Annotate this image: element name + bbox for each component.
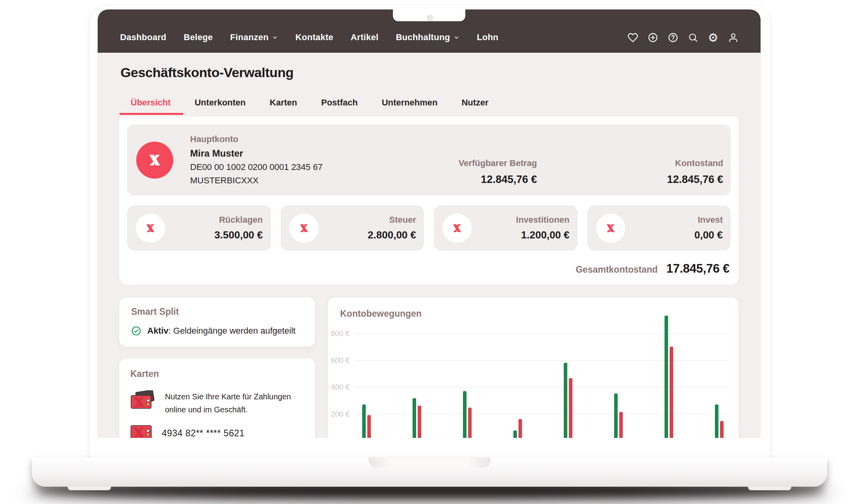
laptop-base — [32, 458, 827, 487]
x-logo-icon — [602, 220, 619, 236]
nav-menu: Dashboard Belege Finanzen Kontakte Artik… — [120, 32, 498, 42]
x-logo-icon — [296, 220, 312, 236]
subaccount-value: 3.500,00 € — [215, 229, 263, 241]
chart-bar-green — [513, 430, 517, 438]
tab-uebersicht[interactable]: Übersicht — [131, 98, 170, 108]
y-axis-tick: 400 € — [328, 383, 350, 391]
chart-bar-red — [670, 347, 673, 438]
subaccount-logo — [442, 214, 472, 243]
favorites-heart-icon[interactable] — [628, 32, 638, 43]
subaccount-card-investitionen[interactable]: Investitionen 1.200,00 € — [434, 205, 578, 251]
card-pair-icon — [130, 390, 156, 412]
laptop-lid-notch — [368, 458, 491, 468]
account-bic: MUSTERBICXXX — [190, 175, 322, 186]
check-circle-icon — [131, 326, 141, 336]
accounts-panel: Hauptkonto Mira Muster DE00 00 1002 0200… — [119, 116, 739, 284]
y-axis-tick: 200 € — [328, 410, 350, 419]
help-circle-icon[interactable] — [668, 32, 678, 43]
nav-item-dashboard[interactable]: Dashboard — [120, 32, 167, 42]
page-title: Geschäftskonto-Verwaltung — [120, 65, 739, 80]
bank-logo — [136, 142, 173, 179]
camera-dot — [427, 15, 433, 21]
subaccount-label: Steuer — [368, 215, 416, 225]
available-value: 12.845,76 € — [459, 174, 537, 186]
chart-bar-red — [619, 412, 623, 438]
chevron-down-icon — [272, 35, 278, 41]
y-axis-tick: 800 € — [328, 329, 350, 338]
search-icon[interactable] — [688, 32, 698, 43]
subaccount-value: 0,00 € — [694, 229, 723, 241]
subaccount-value: 1.200,00 € — [516, 229, 570, 241]
balance-label: Kontostand — [667, 158, 723, 168]
nav-item-belege[interactable]: Belege — [184, 32, 213, 42]
subaccount-logo — [596, 214, 625, 243]
cards-title: Karten — [130, 369, 305, 379]
profile-person-icon[interactable] — [728, 32, 739, 43]
total-balance-label: Gesamtkontostand — [576, 264, 657, 275]
nav-item-artikel[interactable]: Artikel — [351, 32, 379, 42]
nav-item-label: Finanzen — [230, 32, 269, 42]
nav-item-lohn[interactable]: Lohn — [477, 32, 498, 42]
subaccount-label: Investitionen — [516, 215, 570, 225]
chart-bar-green — [614, 393, 618, 438]
total-balance-value: 17.845,76 € — [666, 262, 729, 276]
account-iban: DE00 00 1002 0200 0001 2345 67 — [190, 162, 322, 172]
tab-nutzer[interactable]: Nutzer — [461, 98, 488, 108]
chart-bar-red — [367, 415, 371, 438]
nav-item-kontakte[interactable]: Kontakte — [295, 32, 333, 42]
laptop-foot-left — [68, 487, 111, 490]
app-window: Dashboard Belege Finanzen Kontakte Artik… — [98, 9, 761, 438]
chart-bar-green — [413, 398, 416, 438]
nav-item-label: Buchhaltung — [396, 32, 450, 42]
tab-postfach[interactable]: Postfach — [321, 98, 358, 108]
subaccount-label: Rücklagen — [215, 215, 263, 225]
y-axis-tick: 600 € — [328, 356, 350, 365]
subaccount-card-steuer[interactable]: Steuer 2.800,00 € — [281, 205, 424, 251]
x-logo-icon — [144, 149, 166, 171]
left-column: Smart Split Aktiv: Geldeingänge werden a… — [119, 297, 315, 438]
chart-bar-green — [715, 404, 718, 438]
subaccount-card-invest[interactable]: Invest 0,00 € — [587, 205, 731, 251]
nav-icon-group: ⚙ — [628, 32, 739, 43]
chart-canvas: 200 €400 €600 €800 € — [328, 297, 739, 438]
smart-split-title: Smart Split — [131, 306, 303, 317]
cards-card: Karten — [119, 358, 315, 438]
stage: Dashboard Belege Finanzen Kontakte Artik… — [0, 0, 859, 504]
subaccount-logo — [289, 214, 318, 243]
chart-bar-green — [463, 391, 467, 438]
available-label: Verfügbarer Betrag — [459, 158, 537, 168]
laptop-foot-right — [748, 487, 791, 490]
smart-split-status: Aktiv: Geldeingänge werden aufgeteilt — [131, 326, 303, 336]
nav-item-label: Belege — [184, 32, 213, 42]
chart-bar-red — [418, 406, 421, 438]
tab-karten[interactable]: Karten — [270, 98, 297, 108]
nav-item-label: Lohn — [477, 32, 498, 42]
credit-card-icon — [130, 425, 152, 438]
x-logo-icon — [449, 220, 465, 236]
chevron-down-icon — [454, 35, 459, 41]
settings-gear-icon[interactable]: ⚙ — [708, 32, 718, 43]
smart-split-card: Smart Split Aktiv: Geldeingänge werden a… — [119, 297, 315, 347]
nav-item-buchhaltung[interactable]: Buchhaltung — [396, 32, 459, 42]
main-account-card: Hauptkonto Mira Muster DE00 00 1002 0200… — [127, 124, 731, 196]
chart-bar-green — [665, 316, 668, 438]
status-state: Aktiv — [147, 326, 168, 336]
tab-bar: Übersicht Unterkonten Karten Postfach Un… — [131, 98, 739, 108]
add-circle-icon[interactable] — [648, 32, 658, 43]
lower-section: Smart Split Aktiv: Geldeingänge werden a… — [119, 297, 739, 438]
nav-item-finanzen[interactable]: Finanzen — [230, 32, 278, 42]
account-info: Hauptkonto Mira Muster DE00 00 1002 0200… — [190, 134, 322, 186]
chart-bar-red — [518, 419, 522, 438]
available-amount: Verfügbarer Betrag 12.845,76 € — [459, 158, 537, 186]
subaccount-value: 2.800,00 € — [368, 229, 416, 241]
subaccount-card-ruecklagen[interactable]: Rücklagen 3.500,00 € — [127, 205, 271, 251]
card-info-row[interactable]: Nutzen Sie Ihre Karte für Zahlungen onli… — [130, 390, 305, 416]
card-list-item[interactable]: 4934 82** **** 5621 — [130, 425, 305, 438]
balance-value: 12.845,76 € — [667, 174, 723, 186]
chart-bar-green — [362, 404, 366, 438]
subaccount-row: Rücklagen 3.500,00 € Steuer 2.800,00 € — [127, 205, 731, 251]
tab-unterkonten[interactable]: Unterkonten — [194, 98, 246, 108]
nav-item-label: Artikel — [351, 32, 379, 42]
chart-bar-red — [569, 378, 572, 438]
tab-unternehmen[interactable]: Unternehmen — [382, 98, 438, 108]
